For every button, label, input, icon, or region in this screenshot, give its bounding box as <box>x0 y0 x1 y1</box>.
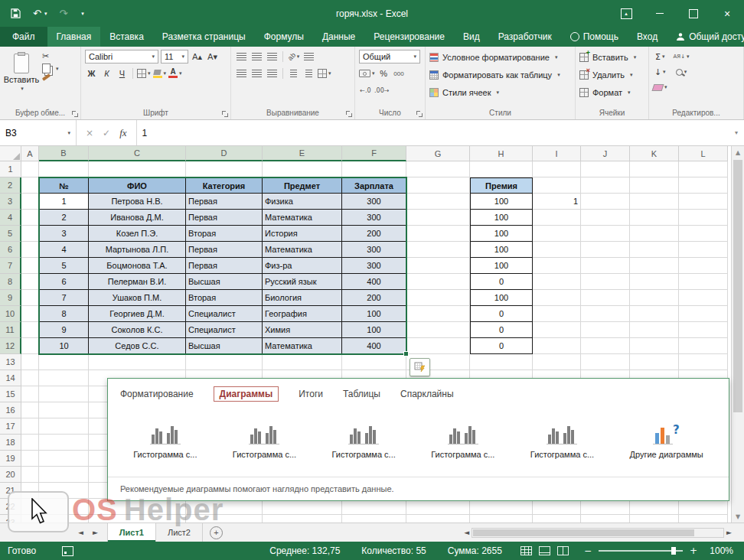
cell-C13[interactable] <box>89 354 186 370</box>
qa-tab-Форматирование[interactable]: Форматирование <box>120 387 194 401</box>
qa-item-1[interactable]: Гистограмма с... <box>133 422 197 459</box>
zoom-percentage[interactable]: 100% <box>704 545 736 556</box>
cell-A8[interactable] <box>21 274 39 290</box>
cell-I5[interactable] <box>533 226 581 242</box>
cell-J2[interactable] <box>581 177 630 194</box>
ribbon-tab-Вид[interactable]: Вид <box>454 27 489 47</box>
cell-G5[interactable] <box>406 226 470 242</box>
qa-item-4[interactable]: Гистограмма с... <box>431 422 494 459</box>
cell-C2[interactable]: ФИО <box>89 177 186 194</box>
conditional-formatting-button[interactable]: Условное форматирование▾ <box>429 50 571 64</box>
cell-J6[interactable] <box>581 242 630 258</box>
customize-qat-button[interactable]: ▾ <box>80 11 84 17</box>
comma-style-button[interactable]: 000 <box>393 67 406 80</box>
cell-L23[interactable] <box>679 515 728 523</box>
cell-B13[interactable] <box>39 354 89 370</box>
select-all-corner[interactable] <box>0 146 21 161</box>
row-header-18[interactable]: 18 <box>0 435 21 451</box>
cell-C11[interactable]: Соколов К.С. <box>89 322 186 338</box>
cell-G2[interactable] <box>406 177 470 194</box>
cell-L2[interactable] <box>679 177 728 194</box>
cell-B18[interactable] <box>39 435 89 451</box>
font-name-combo[interactable]: Calibri▾ <box>85 50 158 63</box>
cell-D4[interactable]: Первая <box>186 210 263 226</box>
align-left-button[interactable] <box>235 67 248 80</box>
cell-D8[interactable]: Высшая <box>186 274 263 290</box>
fill-handle[interactable] <box>403 351 409 357</box>
cell-A19[interactable] <box>21 451 39 467</box>
cell-L10[interactable] <box>679 306 728 322</box>
borders-button[interactable]: ▾ <box>137 67 151 80</box>
cell-H4[interactable]: 100 <box>470 210 533 226</box>
vertical-scrollbar[interactable]: ▲ ▼ <box>731 146 744 523</box>
cell-G9[interactable] <box>406 290 470 306</box>
cell-F12[interactable]: 400 <box>342 338 406 354</box>
cell-C9[interactable]: Ушаков П.М. <box>89 290 186 306</box>
ribbon-tab-Формулы[interactable]: Формулы <box>255 27 313 47</box>
cell-H9[interactable]: 100 <box>470 290 533 306</box>
italic-button[interactable]: К <box>100 67 113 80</box>
cell-I9[interactable] <box>533 290 581 306</box>
cell-E11[interactable]: Химия <box>263 322 342 338</box>
cell-J1[interactable] <box>581 161 630 177</box>
row-header-4[interactable]: 4 <box>0 210 21 226</box>
cell-K8[interactable] <box>630 274 679 290</box>
cell-J13[interactable] <box>581 354 630 370</box>
column-header-J[interactable]: J <box>581 146 630 161</box>
qa-tab-Таблицы[interactable]: Таблицы <box>343 387 380 401</box>
cell-D23[interactable] <box>186 515 263 523</box>
sheet-tab-Лист1[interactable]: Лист1 <box>107 523 156 542</box>
cell-E3[interactable]: Физика <box>263 194 342 210</box>
column-header-D[interactable]: D <box>186 146 263 161</box>
cell-F8[interactable]: 400 <box>342 274 406 290</box>
cell-L13[interactable] <box>679 354 728 370</box>
ribbon-display-options-button[interactable]: ▴ <box>609 0 643 27</box>
cell-F11[interactable]: 100 <box>342 322 406 338</box>
horizontal-scroll-thumb[interactable] <box>473 529 694 536</box>
cell-D2[interactable]: Категория <box>186 177 263 194</box>
cell-B11[interactable]: 9 <box>39 322 89 338</box>
cell-J12[interactable] <box>581 338 630 354</box>
cell-E6[interactable]: Математика <box>263 242 342 258</box>
column-header-G[interactable]: G <box>406 146 470 161</box>
cell-C7[interactable]: Боцмонова Т.А. <box>89 258 186 274</box>
cell-G12[interactable] <box>406 338 470 354</box>
cell-F3[interactable]: 300 <box>342 194 406 210</box>
undo-button[interactable]: ↶▾ <box>33 8 47 19</box>
delete-cells-button[interactable]: Удалить▾ <box>579 67 644 82</box>
cell-I13[interactable] <box>533 354 581 370</box>
cell-E13[interactable] <box>263 354 342 370</box>
cell-L8[interactable] <box>679 274 728 290</box>
column-header-B[interactable]: B <box>39 146 89 161</box>
cell-G22[interactable] <box>406 499 470 515</box>
cell-I8[interactable] <box>533 274 581 290</box>
cell-L6[interactable] <box>679 242 728 258</box>
cell-K12[interactable] <box>630 338 679 354</box>
qa-item-2[interactable]: Гистограмма с... <box>233 422 296 459</box>
font-dialog-launcher[interactable] <box>222 111 228 117</box>
cell-A7[interactable] <box>21 258 39 274</box>
format-painter-button[interactable] <box>42 76 59 79</box>
ribbon-tab-Рецензирование[interactable]: Рецензирование <box>364 27 454 47</box>
cell-B2[interactable]: № <box>39 177 89 194</box>
cell-A2[interactable] <box>21 177 39 194</box>
cell-E5[interactable]: История <box>263 226 342 242</box>
ribbon-tab-Разметка страницы[interactable]: Разметка страницы <box>153 27 255 47</box>
cell-B7[interactable]: 5 <box>39 258 89 274</box>
cell-J10[interactable] <box>581 306 630 322</box>
cell-H8[interactable]: 0 <box>470 274 533 290</box>
cell-E2[interactable]: Предмет <box>263 177 342 194</box>
cell-C22[interactable] <box>89 499 186 515</box>
cell-I12[interactable] <box>533 338 581 354</box>
cell-A16[interactable] <box>21 402 39 418</box>
cell-H5[interactable]: 100 <box>470 226 533 242</box>
cell-E9[interactable]: Биология <box>263 290 342 306</box>
insert-function-button[interactable]: fx <box>119 127 126 139</box>
find-select-button[interactable]: ▾ <box>674 65 690 79</box>
cell-I10[interactable] <box>533 306 581 322</box>
row-header-5[interactable]: 5 <box>0 226 21 242</box>
ribbon-tab-Помощь[interactable]: Помощь <box>561 27 628 47</box>
cell-K3[interactable] <box>630 194 679 210</box>
cell-K10[interactable] <box>630 306 679 322</box>
column-header-C[interactable]: C <box>89 146 186 161</box>
